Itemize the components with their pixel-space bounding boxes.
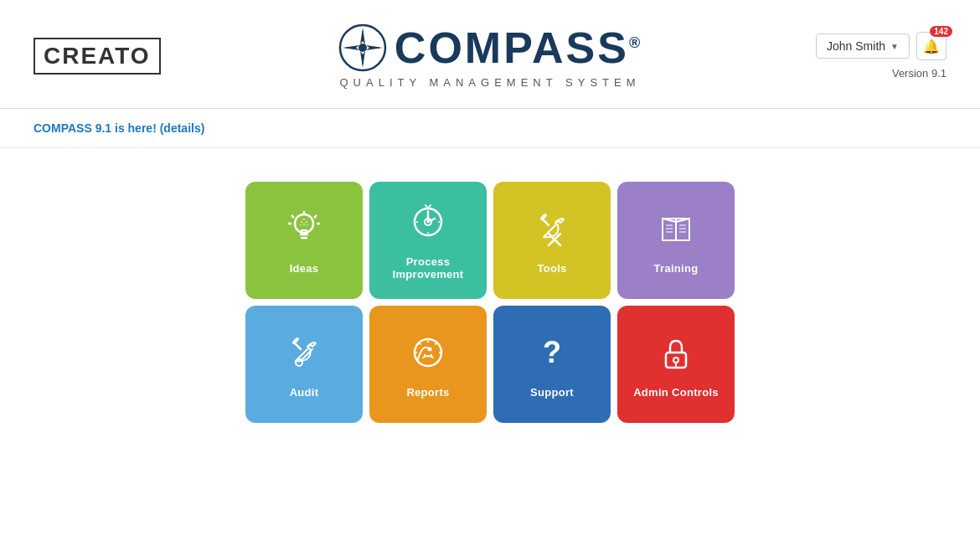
user-controls: John Smith ▼ 🔔 142 [816,32,946,60]
compass-rose-icon [338,23,388,73]
svg-line-15 [314,215,317,218]
tile-admin-controls[interactable]: Admin Controls [617,306,735,423]
user-name-label: John Smith [827,39,885,53]
tile-tools[interactable]: Tools [493,182,611,299]
tile-process-improvement[interactable]: Process Improvement [369,182,487,299]
svg-text:?: ? [543,335,561,369]
ideas-icon [282,207,326,250]
tile-ideas[interactable]: Ideas [245,182,363,299]
support-icon: ? [530,331,574,374]
audit-label: Audit [290,386,319,399]
svg-point-20 [303,218,305,219]
svg-line-36 [542,215,545,219]
support-label: Support [530,386,574,399]
notifications-button[interactable]: 🔔 142 [916,32,946,60]
tools-icon [530,207,574,250]
announcement-bar: COMPASS 9.1 is here! (details) [0,109,980,148]
svg-line-50 [420,343,421,345]
main-content: Ideas Process Improvement [0,148,980,456]
creato-logo: CREATO [34,38,161,75]
reports-icon [406,331,450,374]
admin-controls-label: Admin Controls [633,386,719,399]
svg-point-48 [415,339,441,366]
compass-logo-section: COMPASS® QUALITY MANAGEMENT SYSTEM [338,23,642,89]
svg-point-24 [307,224,308,225]
reports-label: Reports [406,386,449,399]
module-grid: Ideas Process Improvement [245,182,735,423]
compass-logo: COMPASS® QUALITY MANAGEMENT SYSTEM [338,23,642,89]
user-section: John Smith ▼ 🔔 142 Version 9.1 [779,32,946,80]
training-label: Training [654,262,699,275]
tile-support[interactable]: ? Support [493,306,611,423]
notification-badge: 142 [930,26,952,37]
process-improvement-label: Process Improvement [369,255,487,281]
admin-controls-icon [654,331,698,374]
svg-point-1 [358,44,367,52]
audit-icon [282,331,326,374]
svg-point-55 [424,353,426,355]
tile-reports[interactable]: Reports [369,306,487,423]
svg-line-14 [291,215,294,218]
svg-point-19 [301,220,302,222]
svg-line-46 [294,339,297,342]
user-menu-button[interactable]: John Smith ▼ [816,33,910,59]
tools-label: Tools [537,262,566,275]
svg-point-56 [431,353,432,355]
process-improvement-icon [406,200,450,244]
chevron-down-icon: ▼ [890,42,899,51]
logo-section: CREATO [34,38,201,75]
svg-point-22 [303,223,305,224]
svg-line-51 [436,343,437,345]
svg-point-23 [300,224,302,225]
ideas-label: Ideas [290,262,319,275]
svg-point-21 [306,220,307,222]
compass-subtitle: QUALITY MANAGEMENT SYSTEM [339,76,640,89]
bell-icon: 🔔 [923,39,940,54]
tile-training[interactable]: Training [617,182,735,299]
svg-point-54 [428,347,432,351]
compass-title: COMPASS® [338,23,642,73]
training-icon [654,207,698,250]
header: CREATO [0,0,980,109]
version-label: Version 9.1 [892,67,946,80]
tile-audit[interactable]: Audit [245,306,363,423]
compass-wordmark: COMPASS® [395,26,642,70]
announcement-link[interactable]: COMPASS 9.1 is here! (details) [34,121,204,135]
